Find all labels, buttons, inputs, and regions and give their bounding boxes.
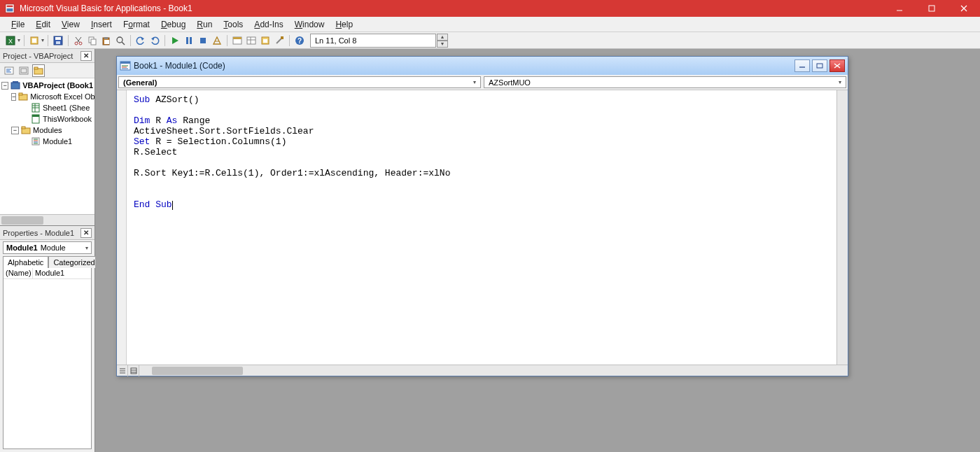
svg-rect-29 (190, 37, 192, 44)
toolbox-button[interactable] (273, 34, 286, 47)
run-button[interactable] (169, 34, 181, 47)
svg-rect-10 (32, 38, 36, 43)
code-window-minimize-button[interactable] (794, 59, 810, 72)
procedure-combo[interactable]: AZSortMUO▾ (484, 76, 846, 88)
maximize-button[interactable] (916, 0, 948, 17)
tab-categorized[interactable]: Categorized (48, 256, 99, 268)
properties-panel-close-button[interactable]: ✕ (80, 228, 92, 238)
tree-excel-objects-label[interactable]: Microsoft Excel Ob (30, 92, 94, 101)
expand-icon[interactable]: − (11, 93, 16, 101)
code-horizontal-scrollbar[interactable] (139, 365, 836, 376)
expand-icon[interactable]: − (11, 127, 19, 134)
tree-sheet1-label[interactable]: Sheet1 (Shee (43, 104, 90, 112)
properties-combo-name: Module1 (6, 243, 38, 252)
svg-rect-55 (19, 93, 22, 95)
property-value[interactable]: Module1 (33, 268, 91, 278)
tree-module1-label[interactable]: Module1 (43, 137, 72, 146)
undo-button[interactable] (134, 34, 147, 47)
svg-rect-21 (104, 37, 108, 39)
code-window-close-button[interactable] (830, 59, 845, 72)
project-tree-scrollbar[interactable] (0, 214, 94, 225)
object-combo[interactable]: (General)▾ (118, 76, 481, 88)
menu-window[interactable]: Window (289, 18, 330, 31)
break-button[interactable] (183, 34, 195, 47)
view-object-button[interactable] (18, 64, 30, 77)
find-button[interactable] (114, 34, 127, 47)
mdi-area: Book1 - Module1 (Code) (General)▾ AZSort… (95, 49, 980, 452)
cursor-position-spinner[interactable]: ▲▼ (437, 34, 448, 48)
redo-button[interactable] (148, 34, 161, 47)
properties-combo-type: Module (41, 243, 66, 252)
insert-item-button[interactable] (28, 34, 41, 47)
tree-root-label[interactable]: VBAProject (Book1 (22, 81, 93, 90)
menu-file[interactable]: File (6, 18, 30, 31)
code-editor[interactable]: Sub AZSort() Dim R As Range ActiveSheet.… (127, 90, 836, 365)
resize-grip[interactable] (836, 365, 848, 376)
menu-view[interactable]: View (56, 18, 85, 31)
properties-object-combo[interactable]: Module1 Module ▾ (3, 241, 92, 254)
svg-marker-27 (172, 37, 178, 44)
paste-button[interactable] (100, 34, 113, 47)
menu-tools[interactable]: Tools (218, 18, 248, 31)
folder-icon (21, 125, 31, 135)
toggle-folders-button[interactable] (32, 64, 45, 77)
close-button[interactable] (948, 0, 980, 17)
object-browser-button[interactable] (259, 34, 272, 47)
properties-panel: Properties - Module1 ✕ Module1 Module ▾ … (0, 225, 94, 452)
svg-rect-13 (56, 41, 60, 44)
app-title: Microsoft Visual Basic for Applications … (20, 3, 883, 13)
expand-icon[interactable]: − (1, 82, 8, 90)
view-excel-button[interactable]: X (4, 34, 17, 47)
view-code-button[interactable] (3, 64, 15, 77)
svg-rect-75 (817, 64, 822, 68)
cut-button[interactable] (72, 34, 85, 47)
full-module-view-button[interactable] (128, 365, 139, 376)
menu-run[interactable]: Run (191, 18, 218, 31)
code-window-title: Book1 - Module1 (Code) (134, 61, 792, 71)
code-margin[interactable] (117, 90, 127, 365)
reset-button[interactable] (197, 34, 209, 47)
svg-rect-52 (11, 83, 20, 89)
object-combo-value: (General) (123, 78, 157, 87)
code-vertical-scrollbar[interactable] (836, 90, 848, 365)
menu-help[interactable]: Help (330, 18, 358, 31)
tab-alphabetic[interactable]: Alphabetic (3, 256, 48, 268)
tree-modules-label[interactable]: Modules (33, 126, 62, 134)
project-panel-close-button[interactable]: ✕ (80, 51, 92, 61)
code-window-maximize-button[interactable] (812, 59, 827, 72)
svg-rect-19 (91, 39, 96, 45)
menu-addins[interactable]: Add-Ins (248, 18, 288, 31)
svg-rect-30 (200, 38, 206, 43)
menu-insert[interactable]: Insert (85, 18, 118, 31)
toolbar: X ▾ ▾ ? Ln 11, Col 8 ▲▼ (0, 32, 980, 49)
project-explorer-button[interactable] (231, 34, 244, 47)
folder-icon (18, 92, 28, 101)
svg-point-16 (75, 42, 78, 45)
help-button[interactable]: ? (293, 34, 306, 47)
svg-rect-39 (263, 39, 267, 43)
code-window-titlebar[interactable]: Book1 - Module1 (Code) (117, 57, 848, 75)
procedure-view-button[interactable] (117, 365, 128, 376)
menu-debug[interactable]: Debug (155, 18, 191, 31)
cursor-position-display: Ln 11, Col 8 (310, 34, 436, 48)
menu-edit[interactable]: Edit (30, 18, 56, 31)
properties-panel-header: Properties - Module1 ✕ (0, 226, 94, 240)
svg-rect-2 (7, 8, 13, 11)
properties-grid[interactable]: (Name) Module1 (3, 267, 92, 449)
copy-button[interactable] (86, 34, 99, 47)
properties-window-button[interactable] (245, 34, 258, 47)
sidebar: Project - VBAProject ✕ −VBAProject (Book… (0, 49, 95, 452)
property-row[interactable]: (Name) Module1 (4, 268, 91, 279)
save-button[interactable] (52, 34, 64, 47)
menu-format[interactable]: Format (118, 18, 155, 31)
svg-marker-31 (214, 37, 220, 44)
chevron-down-icon: ▾ (839, 79, 841, 85)
project-tree[interactable]: −VBAProject (Book1 −Microsoft Excel Ob S… (0, 78, 94, 214)
design-mode-button[interactable] (211, 34, 223, 47)
tree-thisworkbook-label[interactable]: ThisWorkbook (43, 115, 92, 123)
svg-rect-51 (34, 67, 38, 69)
sheet-icon (31, 103, 41, 113)
svg-rect-81 (131, 368, 136, 374)
minimize-button[interactable] (883, 0, 916, 17)
procedure-combo-value: AZSortMUO (489, 78, 531, 87)
